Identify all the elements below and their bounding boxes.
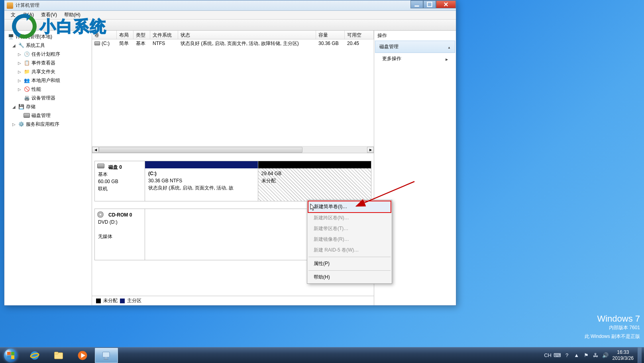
ctx-help[interactable]: 帮助(H) — [308, 272, 391, 283]
scroll-track[interactable] — [99, 147, 367, 153]
disk-icon — [97, 164, 105, 170]
actions-more[interactable]: 更多操作 — [374, 53, 456, 64]
menu-view[interactable]: 查看(V) — [38, 11, 60, 19]
folder-share-icon: 📁 — [24, 68, 30, 75]
context-menu: 新建简单卷(I)… 新建跨区卷(N)… 新建带区卷(T)… 新建镜像卷(R)… … — [307, 200, 392, 284]
expand-icon[interactable]: ▷ — [17, 70, 22, 74]
tree-root[interactable]: 🖥️ 计算机管理(本地) — [6, 32, 90, 41]
chevron-right-icon — [446, 56, 448, 62]
tray-volume-icon[interactable]: 🔊 — [602, 352, 609, 359]
windows-logo-icon — [4, 349, 18, 362]
expand-icon[interactable]: ▷ — [17, 52, 22, 57]
legend-label-primary: 主分区 — [127, 297, 141, 304]
col-layout[interactable]: 布局 — [117, 31, 134, 39]
tree-perf[interactable]: ▷ 🚫 性能 — [6, 85, 90, 94]
partition-header-unalloc — [258, 161, 371, 168]
volume-headers[interactable]: 卷 布局 类型 文件系统 状态 容量 可用空 — [92, 31, 374, 39]
computer-icon: 🖥️ — [8, 33, 14, 40]
taskbar[interactable]: CH ⌨ ? ▲ ⚑ 🖧 🔊 16:33 2019/3/26 — [0, 347, 644, 363]
drive-icon — [94, 41, 100, 45]
tree-services[interactable]: ▷ ⚙️ 服务和应用程序 — [6, 120, 90, 129]
nav-tree[interactable]: 🖥️ 计算机管理(本地) ◢ 🔧 系统工具 ▷ 🕒 任务计划程序 ▷ 📋 事件查… — [4, 31, 92, 305]
col-capacity[interactable]: 容量 — [316, 31, 345, 39]
taskbar-compmgmt[interactable] — [95, 348, 118, 363]
device-icon: 🖨️ — [24, 95, 30, 101]
svg-rect-11 — [105, 357, 107, 359]
scroll-thumb[interactable] — [99, 147, 302, 153]
tree-diskmgmt[interactable]: 磁盘管理 — [6, 111, 90, 120]
expand-icon[interactable]: ▷ — [12, 122, 16, 127]
partition-header-primary — [145, 161, 258, 168]
services-icon: ⚙️ — [18, 121, 24, 127]
event-icon: 📋 — [24, 60, 30, 66]
titlebar[interactable]: 计算机管理 — [4, 0, 456, 11]
actions-diskmgmt[interactable]: 磁盘管理 — [375, 41, 455, 53]
tray-network-icon[interactable]: 🖧 — [593, 352, 599, 359]
tree-devmgr[interactable]: 🖨️ 设备管理器 — [6, 94, 90, 102]
users-icon: 👥 — [24, 77, 30, 84]
svg-rect-1 — [427, 2, 432, 6]
expand-icon[interactable]: ▷ — [17, 87, 22, 92]
col-free[interactable]: 可用空 — [345, 31, 374, 39]
ctx-new-simple-volume[interactable]: 新建简单卷(I)… — [308, 201, 391, 213]
legend-label-unalloc: 未分配 — [103, 297, 118, 304]
svg-rect-7 — [55, 352, 59, 354]
col-volume[interactable]: 卷 — [92, 31, 117, 39]
tray-clock[interactable]: 16:33 2019/3/26 — [613, 349, 634, 361]
partition-unallocated[interactable]: 29.64 GB 未分配 — [258, 161, 371, 201]
taskbar-explorer[interactable] — [47, 348, 70, 363]
svg-rect-12 — [104, 359, 108, 359]
tree-systools[interactable]: ◢ 🔧 系统工具 — [6, 41, 90, 50]
collapse-icon[interactable]: ◢ — [12, 105, 16, 109]
close-button[interactable] — [436, 0, 456, 8]
tree-users[interactable]: ▷ 👥 本地用户和组 — [6, 76, 90, 85]
cdrom-info[interactable]: CD-ROM 0 DVD (D:) 无媒体 — [95, 209, 145, 260]
toolbar — [4, 20, 456, 31]
ctx-new-striped-volume: 新建带区卷(T)… — [308, 223, 391, 234]
scroll-left[interactable]: ◀ — [92, 147, 99, 153]
os-watermark: Windows 7 内部版本 7601 此 Windows 副本不是正版 — [585, 314, 640, 341]
legend-swatch-primary — [120, 299, 125, 303]
maximize-button[interactable] — [423, 0, 436, 8]
show-desktop-button[interactable] — [638, 347, 642, 363]
menu-help[interactable]: 帮助(H) — [61, 11, 84, 19]
scroll-right[interactable]: ▶ — [367, 147, 374, 153]
tree-eventviewer[interactable]: ▷ 📋 事件查看器 — [6, 59, 90, 67]
clock-icon: 🕒 — [24, 51, 30, 57]
volume-row[interactable]: (C:) 简单 基本 NTFS 状态良好 (系统, 启动, 页面文件, 活动, … — [92, 39, 374, 47]
minimize-button[interactable] — [410, 0, 423, 8]
legend-swatch-unalloc — [96, 299, 101, 303]
taskbar-ie[interactable] — [23, 348, 46, 363]
tree-shared[interactable]: ▷ 📁 共享文件夹 — [6, 67, 90, 76]
cd-icon — [97, 211, 105, 218]
menu-action[interactable]: 作(A) — [20, 11, 37, 19]
disk0-info[interactable]: 磁盘 0 基本 60.00 GB 联机 — [95, 161, 145, 201]
start-button[interactable] — [0, 347, 22, 363]
tree-tasksched[interactable]: ▷ 🕒 任务计划程序 — [6, 50, 90, 59]
menu-file[interactable]: 文 — [8, 11, 19, 19]
h-scrollbar[interactable]: ◀ ▶ — [92, 146, 374, 153]
collapse-icon[interactable]: ◢ — [12, 43, 16, 48]
col-status[interactable]: 状态 — [178, 31, 316, 39]
window-title: 计算机管理 — [16, 2, 39, 9]
tray-chevron-up-icon[interactable]: ▲ — [573, 352, 580, 359]
expand-icon[interactable]: ▷ — [17, 61, 22, 65]
disk-icon — [24, 112, 30, 119]
partition-c[interactable]: (C:) 30.36 GB NTFS 状态良好 (系统, 启动, 页面文件, 活… — [145, 161, 258, 201]
tray-help-icon[interactable]: ? — [564, 352, 570, 359]
tree-storage[interactable]: ◢ 💾 存储 — [6, 102, 90, 111]
system-tray: CH ⌨ ? ▲ ⚑ 🖧 🔊 16:33 2019/3/26 — [545, 347, 644, 363]
ctx-properties[interactable]: 属性(P) — [308, 258, 391, 269]
svg-rect-10 — [102, 352, 110, 357]
taskbar-media-player[interactable] — [71, 348, 94, 363]
tray-action-center-icon[interactable]: ⚑ — [583, 352, 589, 359]
expand-icon[interactable]: ▷ — [17, 78, 22, 83]
tray-ime[interactable]: CH — [545, 352, 551, 359]
tray-keyboard-icon[interactable]: ⌨ — [554, 352, 561, 359]
actions-header: 操作 — [374, 31, 456, 41]
app-icon — [7, 2, 13, 9]
col-type[interactable]: 类型 — [134, 31, 150, 39]
volume-list[interactable]: 卷 布局 类型 文件系统 状态 容量 可用空 (C:) 简单 基本 NTFS 状… — [92, 31, 374, 153]
window-buttons — [410, 0, 456, 9]
col-fs[interactable]: 文件系统 — [150, 31, 178, 39]
